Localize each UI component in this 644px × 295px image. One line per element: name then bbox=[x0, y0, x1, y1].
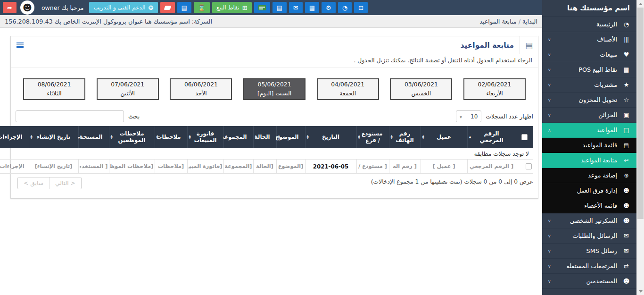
window-scrollbar[interactable] bbox=[636, 0, 644, 295]
column-header[interactable]: الحالة bbox=[253, 126, 276, 148]
desktop-button[interactable]: ⊡ bbox=[354, 2, 368, 13]
sidebar-item-purchases[interactable]: ★ مشتريات bbox=[542, 77, 636, 93]
previous-page-button[interactable]: < سابق bbox=[18, 177, 50, 189]
filter-cell[interactable]: [ عميل ] bbox=[421, 160, 467, 174]
filter-cell[interactable]: [ الرقم المرجعي bbox=[467, 160, 516, 174]
scrollbar-thumb[interactable] bbox=[637, 8, 644, 219]
search-input[interactable] bbox=[16, 110, 124, 122]
scroll-down-arrow-icon[interactable] bbox=[637, 287, 644, 295]
date-tab[interactable]: 03/06/2021 الخميس bbox=[390, 78, 452, 100]
date-tab-date: 02/06/2021 bbox=[478, 80, 512, 89]
breadcrumb: البداية/متابعة المواعيد bbox=[479, 18, 537, 25]
column-header[interactable]: ملاحظات bbox=[155, 126, 187, 148]
filter-cell-text: [المجموعة bbox=[225, 163, 252, 169]
sidebar-item-home[interactable]: ◔ الرئيسية bbox=[542, 17, 636, 32]
sidebar-item-safes[interactable]: ▣ الخزائن bbox=[542, 108, 636, 123]
shuffle-icon: ⇄ bbox=[621, 262, 631, 270]
date-tab[interactable]: 02/06/2021 الأربعاء bbox=[463, 78, 526, 100]
filter-cell[interactable]: [ملاحظات الموظف bbox=[109, 160, 155, 174]
support-button[interactable]: ❂ الدعم الفنى و التدريب bbox=[89, 2, 157, 13]
sidebar-item-sales[interactable]: ♥ مبيعات bbox=[542, 47, 636, 62]
sidebar-item-secretary[interactable]: ☻ السكرتير الشخصي bbox=[542, 213, 636, 228]
sidebar-item-members[interactable]: ☻ قائمة الأعضاء bbox=[542, 198, 636, 213]
next-page-button[interactable]: التالي > bbox=[50, 177, 81, 189]
date-tab[interactable]: 06/06/2021 الأحد bbox=[170, 78, 232, 100]
breadcrumb-home-link[interactable]: البداية bbox=[522, 18, 537, 25]
column-header[interactable]: عميل bbox=[421, 126, 467, 148]
sidebar-item-label: إضافة موعد bbox=[548, 172, 617, 179]
sidebar-item-messages-requests[interactable]: ✉ الرسائل والطلبات bbox=[542, 228, 636, 244]
date-tab[interactable]: 08/06/2021 الثلاثاء bbox=[23, 78, 85, 100]
column-header[interactable]: رقم الهاتف bbox=[389, 126, 421, 148]
select-all-checkbox[interactable] bbox=[521, 134, 528, 140]
filter-cell[interactable]: [الموضوع bbox=[276, 160, 305, 174]
column-header[interactable]: التاريخ bbox=[305, 126, 356, 148]
page-size-select[interactable]: 10 bbox=[456, 110, 481, 122]
date-tab[interactable]: 04/06/2021 الجمعة bbox=[317, 78, 379, 100]
messages-button[interactable]: ✉ bbox=[289, 2, 303, 13]
chevron-icon bbox=[548, 52, 551, 57]
column-header[interactable]: المجموعة bbox=[223, 126, 253, 148]
pos-button[interactable]: ⊞ نقاط البيع bbox=[212, 2, 252, 13]
column-header[interactable]: مستودع / فرع bbox=[356, 126, 389, 148]
sidebar-item-pos[interactable]: ▦ نقاط البيع POS bbox=[542, 62, 636, 77]
select-all-header[interactable] bbox=[516, 126, 533, 148]
date-tab-day: الخميس bbox=[412, 89, 431, 98]
sidebar-item-appointments-list[interactable]: ▤ قائمة المواعيد bbox=[542, 138, 636, 153]
column-header[interactable]: فاتورة المبيعات bbox=[187, 126, 223, 148]
logout-button[interactable]: ➦ bbox=[3, 2, 17, 13]
company-info: الشركة: اسم مؤسستك هنا عنوان بروتوكول ال… bbox=[5, 18, 212, 25]
plus-circle-icon: ⊕ bbox=[621, 172, 631, 179]
calendar-icon: ▤ bbox=[520, 36, 538, 54]
sidebar-item-categories[interactable]: ||| الأصناف bbox=[542, 32, 636, 47]
users-icon: ☻ bbox=[621, 202, 631, 209]
sidebar-item-appointments-followup[interactable]: ↩ متابعة المواعيد bbox=[542, 153, 636, 168]
filter-cell[interactable]: [المجموعة bbox=[223, 160, 253, 174]
filter-cell[interactable]: [تاريخ الإنشاء] bbox=[29, 160, 78, 174]
dashboard-icon: ◔ bbox=[342, 5, 347, 11]
eraser-icon bbox=[164, 6, 171, 10]
filter-cell[interactable]: [الحالة bbox=[253, 160, 276, 174]
column-header[interactable]: تاريخ الإنشاء bbox=[29, 126, 78, 148]
filter-cell[interactable]: [ المستخدم bbox=[78, 160, 109, 174]
sidebar-item-label: الأصناف bbox=[554, 36, 617, 43]
scroll-up-arrow-icon[interactable] bbox=[637, 0, 644, 8]
chevron-icon bbox=[548, 219, 551, 223]
table-options-button[interactable] bbox=[11, 36, 29, 54]
column-header[interactable]: المستخدم bbox=[78, 126, 109, 148]
filter-cell[interactable]: الإجراءات bbox=[0, 160, 29, 174]
avatar[interactable]: ☻ bbox=[20, 0, 34, 15]
sidebar-item-sms[interactable]: ✉ رسائل SMS bbox=[542, 244, 636, 259]
filter-cell[interactable]: [فاتورة المبيع bbox=[187, 160, 223, 174]
sidebar-item-independent-returns[interactable]: ⇄ المرتجعات المستقلة bbox=[542, 259, 636, 274]
date-tab[interactable]: 05/06/2021 السبت [اليوم] bbox=[243, 78, 305, 100]
filter-cell[interactable]: [ مستودع / bbox=[356, 160, 389, 174]
column-header[interactable]: ملاحظات الموظفين bbox=[109, 126, 155, 148]
sidebar-item-label: السكرتير الشخصي bbox=[554, 217, 617, 224]
sidebar-item-appointments[interactable]: ▤ المواعيد bbox=[542, 123, 636, 138]
sidebar-item-stock-transfer[interactable]: ☆ تحويل المخزون bbox=[542, 93, 636, 108]
row-filter-checkbox[interactable] bbox=[526, 163, 532, 169]
filter-cell[interactable]: [ملاحظات bbox=[155, 160, 187, 174]
language-flag-button[interactable] bbox=[254, 2, 270, 13]
filter-cell[interactable]: [ رقم اله bbox=[389, 160, 421, 174]
eraser-button[interactable] bbox=[160, 2, 175, 13]
appointments-table: الرقم المرجعي عميل رقم الهاتف bbox=[0, 126, 533, 174]
filter-cell[interactable]: 2021-06-05 bbox=[305, 160, 356, 174]
sidebar-item-add-appointment[interactable]: ⊕ إضافة موعد bbox=[542, 168, 636, 183]
column-header[interactable]: الرقم المرجعي bbox=[467, 126, 516, 148]
filter-cell-text: [ملاحظات الموظف bbox=[110, 163, 154, 169]
column-header[interactable]: الموضوع bbox=[276, 126, 305, 148]
sidebar-item-users[interactable]: ☻ المستخدمين bbox=[542, 274, 636, 289]
hourglass-button[interactable]: ⌛ bbox=[194, 2, 210, 13]
sidebar-item-teams[interactable]: ☻ إدارة فرق العمل bbox=[542, 183, 636, 198]
calendar-icon: ▤ bbox=[277, 5, 282, 11]
calendar-button[interactable]: ▤ bbox=[272, 2, 287, 13]
date-tab-day: الأثنين bbox=[120, 89, 135, 98]
dashboard-button[interactable]: ◔ bbox=[338, 2, 352, 13]
column-header[interactable]: الإجراءات bbox=[0, 126, 29, 148]
calculator-button[interactable]: ▦ bbox=[305, 2, 319, 13]
notes-button[interactable]: ▤ bbox=[177, 2, 191, 13]
settings-button[interactable]: ⚙ bbox=[322, 2, 336, 13]
date-tab[interactable]: 07/06/2021 الأثنين bbox=[97, 78, 159, 100]
